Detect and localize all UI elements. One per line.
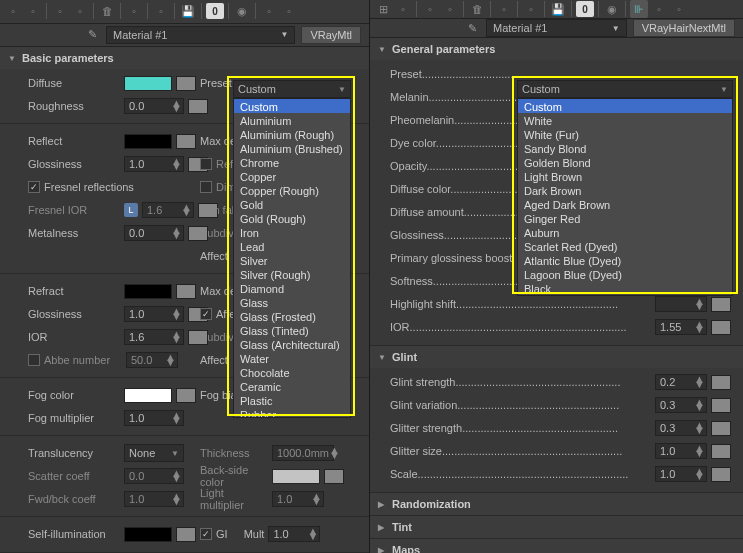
tool-icon[interactable]: ◦ [650,0,668,18]
preset-combo[interactable]: Custom▼ [233,80,351,98]
map-slot[interactable] [711,398,731,413]
trash-icon[interactable]: 🗑 [98,2,116,20]
map-slot[interactable] [711,444,731,459]
glitsize-spinner[interactable]: 1.0▲▼ [655,443,707,459]
dropdown-item[interactable]: Ceramic [234,379,350,393]
dropdown-item[interactable]: Iron [234,225,350,239]
fog-swatch[interactable] [124,388,172,403]
fog-mult-spinner[interactable]: 1.0▲▼ [124,410,184,426]
glintvar-spinner[interactable]: 0.3▲▼ [655,397,707,413]
dropdown-item[interactable]: Ginger Red [518,211,732,225]
dropdown-item[interactable]: Glass (Frosted) [234,309,350,323]
material-name-dropdown[interactable]: Material #1▼ [106,26,295,44]
tool-icon[interactable]: ◦ [522,0,540,18]
dropdown-item[interactable]: Sandy Blond [518,141,732,155]
tool-icon[interactable]: ◦ [4,2,22,20]
preset-dropdown[interactable]: CustomAluminiumAluminium (Rough)Aluminiu… [233,98,351,418]
material-type-button[interactable]: VRayMtl [301,26,361,44]
hlshift-spinner[interactable]: ▲▼ [655,296,707,312]
section-header[interactable]: ▼ General parameters [370,38,743,60]
dropdown-item[interactable]: Silver (Rough) [234,267,350,281]
dropdown-item[interactable]: Copper [234,169,350,183]
roughness-spinner[interactable]: 0.0▲▼ [124,98,184,114]
tool-icon[interactable]: ⊪ [630,0,648,18]
map-slot[interactable] [176,284,196,299]
dropdown-item[interactable]: Rubber [234,407,350,418]
material-type-button[interactable]: VRayHairNextMtl [633,19,735,37]
map-slot[interactable] [711,467,731,482]
dropdown-item[interactable]: Glass [234,295,350,309]
dropdown-item[interactable]: Gold [234,197,350,211]
tool-icon[interactable]: ◦ [152,2,170,20]
section-header[interactable]: ▶ Tint [370,516,743,538]
dropdown-item[interactable]: Chrome [234,155,350,169]
dropdown-item[interactable]: Lagoon Blue (Dyed) [518,267,732,281]
dropdown-item[interactable]: Custom [518,99,732,113]
dropdown-item[interactable]: White (Fur) [518,127,732,141]
dropdown-item[interactable]: Aluminium (Rough) [234,127,350,141]
ior-spinner[interactable]: 1.55▲▼ [655,319,707,335]
dropdown-item[interactable]: Custom [234,99,350,113]
abbe-spinner[interactable]: 50.0▲▼ [126,352,178,368]
dropdown-item[interactable]: Dark Brown [518,183,732,197]
glossiness2-spinner[interactable]: 1.0▲▼ [124,306,184,322]
dim-check[interactable] [200,181,212,193]
eyedropper-icon[interactable]: ✎ [464,20,480,36]
fresnel-ior-spinner[interactable]: 1.6▲▼ [142,202,194,218]
dropdown-item[interactable]: Glass (Architectural) [234,337,350,351]
tool-icon[interactable]: ◦ [421,0,439,18]
zero-icon[interactable]: 0 [206,3,224,19]
dropdown-item[interactable]: Gold (Rough) [234,211,350,225]
map-slot[interactable] [176,134,196,149]
dropdown-item[interactable]: White [518,113,732,127]
dropdown-item[interactable]: Auburn [518,225,732,239]
metalness-spinner[interactable]: 0.0▲▼ [124,225,184,241]
tool-icon[interactable]: ◦ [441,0,459,18]
ior-spinner[interactable]: 1.6▲▼ [124,329,184,345]
section-header[interactable]: ▼ Glint [370,346,743,368]
eyedropper-icon[interactable]: ✎ [84,27,100,43]
dropdown-item[interactable]: Water [234,351,350,365]
tool-icon[interactable]: ⊞ [374,0,392,18]
glossiness-spinner[interactable]: 1.0▲▼ [124,156,184,172]
map-slot[interactable] [176,527,196,542]
reflect-back-check[interactable] [200,158,212,170]
trash-icon[interactable]: 🗑 [468,0,486,18]
dropdown-item[interactable]: Plastic [234,393,350,407]
map-slot[interactable] [188,99,208,114]
refract-swatch[interactable] [124,284,172,299]
zero-icon[interactable]: 0 [576,1,594,17]
dropdown-item[interactable]: Lead [234,239,350,253]
tool-icon[interactable]: ◉ [233,2,251,20]
selfillum-swatch[interactable] [124,527,172,542]
lock-icon[interactable]: L [124,203,138,217]
map-slot[interactable] [176,76,196,91]
tool-icon[interactable]: ◦ [125,2,143,20]
material-name-dropdown[interactable]: Material #1▼ [486,19,627,37]
translucency-combo[interactable]: None▼ [124,444,184,462]
fresnel-check[interactable] [28,181,40,193]
hair-preset-dropdown[interactable]: CustomWhiteWhite (Fur)Sandy BlondGolden … [517,98,733,296]
scale-spinner[interactable]: 1.0▲▼ [655,466,707,482]
dropdown-item[interactable]: Black [518,281,732,295]
dropdown-item[interactable]: Silver [234,253,350,267]
dropdown-item[interactable]: Copper (Rough) [234,183,350,197]
dropdown-item[interactable]: Glass (Tinted) [234,323,350,337]
reflect-swatch[interactable] [124,134,172,149]
save-icon[interactable]: 💾 [549,0,567,18]
dropdown-item[interactable]: Golden Blond [518,155,732,169]
tool-icon[interactable]: ◦ [24,2,42,20]
tool-icon[interactable]: ◉ [603,0,621,18]
diffuse-swatch[interactable] [124,76,172,91]
dropdown-item[interactable]: Aged Dark Brown [518,197,732,211]
hair-preset-combo[interactable]: Custom▼ [517,80,733,98]
dropdown-item[interactable]: Atlantic Blue (Dyed) [518,253,732,267]
dropdown-item[interactable]: Scarlet Red (Dyed) [518,239,732,253]
tool-icon[interactable]: ◦ [51,2,69,20]
tool-icon[interactable]: ◦ [260,2,278,20]
dropdown-item[interactable]: Aluminium [234,113,350,127]
section-header[interactable]: ▶ Maps [370,539,743,553]
map-slot[interactable] [711,320,731,335]
section-header[interactable]: ▼ Basic parameters [0,47,369,69]
map-slot[interactable] [711,297,731,312]
